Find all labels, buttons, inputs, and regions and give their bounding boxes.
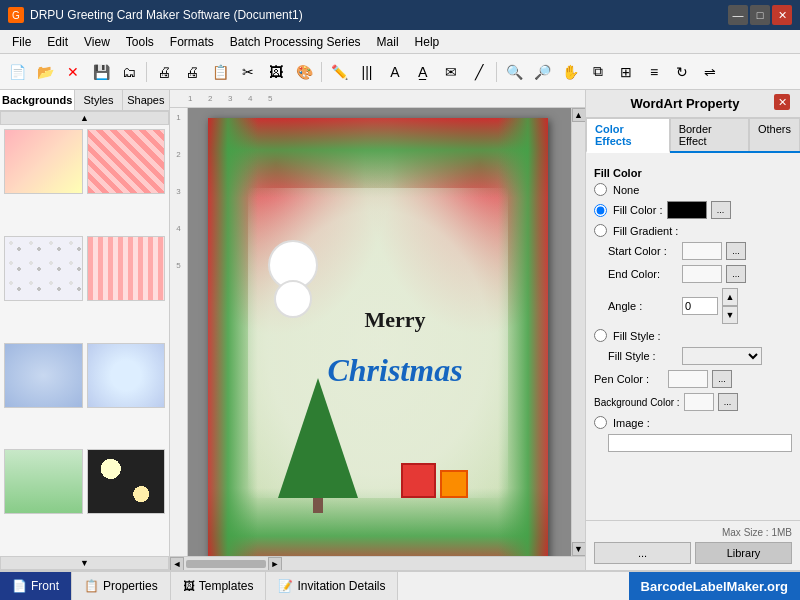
toolbar-cut[interactable]: ✂ xyxy=(235,59,261,85)
tab-templates[interactable]: 🖼 Templates xyxy=(171,572,267,600)
toolbar-new[interactable]: 📄 xyxy=(4,59,30,85)
scroll-right-arrow[interactable]: ► xyxy=(268,557,282,571)
thumbnail-7[interactable] xyxy=(4,449,83,514)
canvas-scroll-area[interactable]: Merry Christmas xyxy=(188,108,571,556)
image-input-row xyxy=(594,434,792,452)
thumbnail-grid xyxy=(0,125,169,556)
bg-color-swatch[interactable] xyxy=(684,393,714,411)
scroll-thumb-h[interactable] xyxy=(186,560,266,568)
menu-tools[interactable]: Tools xyxy=(118,33,162,51)
scroll-left-arrow[interactable]: ◄ xyxy=(170,557,184,571)
toolbar-color[interactable]: 🎨 xyxy=(291,59,317,85)
toolbar-grid[interactable]: ⊞ xyxy=(613,59,639,85)
toolbar-text[interactable]: A xyxy=(382,59,408,85)
scroll-down-btn[interactable]: ▼ xyxy=(0,556,169,570)
thumbnail-1[interactable] xyxy=(4,129,83,194)
scroll-down-arrow[interactable]: ▼ xyxy=(572,542,586,556)
tab-backgrounds[interactable]: Backgrounds xyxy=(0,90,75,110)
browse-btn[interactable]: ... xyxy=(594,542,691,564)
thumbnail-4[interactable] xyxy=(87,236,166,301)
fill-gradient-radio[interactable] xyxy=(594,224,607,237)
toolbar-pen[interactable]: ✏️ xyxy=(326,59,352,85)
minimize-button[interactable]: — xyxy=(728,5,748,25)
toolbar-zoom-in[interactable]: 🔍 xyxy=(501,59,527,85)
bg-color-btn[interactable]: ... xyxy=(718,393,738,411)
library-btn[interactable]: Library xyxy=(695,542,792,564)
thumbnail-5[interactable] xyxy=(4,343,83,408)
thumbnail-3[interactable] xyxy=(4,236,83,301)
angle-up-btn[interactable]: ▲ xyxy=(722,288,738,306)
end-color-row: End Color: ... xyxy=(594,265,792,283)
tab-color-effects[interactable]: Color Effects xyxy=(586,118,670,153)
toolbar-copy[interactable]: 📋 xyxy=(207,59,233,85)
fill-style-header-label: Fill Style : xyxy=(613,330,661,342)
fill-color-swatch[interactable] xyxy=(667,201,707,219)
menu-mail[interactable]: Mail xyxy=(369,33,407,51)
left-panel: Backgrounds Styles Shapes ▲ ▼ xyxy=(0,90,170,570)
menu-batch[interactable]: Batch Processing Series xyxy=(222,33,369,51)
toolbar-wordart[interactable]: A̲ xyxy=(410,59,436,85)
ruler-horizontal: 1 2 3 4 5 xyxy=(170,90,585,108)
toolbar-img[interactable]: 🖼 xyxy=(263,59,289,85)
max-size-label: Max Size : 1MB xyxy=(594,527,792,538)
toolbar-save[interactable]: 💾 xyxy=(88,59,114,85)
toolbar-layers[interactable]: ⧉ xyxy=(585,59,611,85)
close-button[interactable]: ✕ xyxy=(772,5,792,25)
scroll-up-arrow[interactable]: ▲ xyxy=(572,108,586,122)
maximize-button[interactable]: □ xyxy=(750,5,770,25)
tab-others[interactable]: Others xyxy=(749,118,800,151)
toolbar-save-as[interactable]: 🗂 xyxy=(116,59,142,85)
scroll-up-btn[interactable]: ▲ xyxy=(0,111,169,125)
tab-invitation[interactable]: 📝 Invitation Details xyxy=(266,572,398,600)
toolbar-print[interactable]: 🖨 xyxy=(151,59,177,85)
menu-file[interactable]: File xyxy=(4,33,39,51)
angle-down-btn[interactable]: ▼ xyxy=(722,306,738,324)
toolbar-barcode[interactable]: ||| xyxy=(354,59,380,85)
toolbar-hand[interactable]: ✋ xyxy=(557,59,583,85)
toolbar-flip[interactable]: ⇌ xyxy=(697,59,723,85)
menu-edit[interactable]: Edit xyxy=(39,33,76,51)
menu-help[interactable]: Help xyxy=(407,33,448,51)
thumbnail-2[interactable] xyxy=(87,129,166,194)
pen-color-btn[interactable]: ... xyxy=(712,370,732,388)
toolbar-rotate[interactable]: ↻ xyxy=(669,59,695,85)
angle-input[interactable] xyxy=(682,297,718,315)
start-color-swatch[interactable] xyxy=(682,242,722,260)
fill-style-radio[interactable] xyxy=(594,329,607,342)
toolbar-mail[interactable]: ✉ xyxy=(438,59,464,85)
left-panel-tabs: Backgrounds Styles Shapes xyxy=(0,90,169,111)
fill-color-btn[interactable]: ... xyxy=(711,201,731,219)
toolbar-print2[interactable]: 🖨 xyxy=(179,59,205,85)
menu-view[interactable]: View xyxy=(76,33,118,51)
main-layout: Backgrounds Styles Shapes ▲ ▼ 1 2 3 4 5 xyxy=(0,90,800,570)
toolbar-zoom-out[interactable]: 🔎 xyxy=(529,59,555,85)
fill-style-select[interactable] xyxy=(682,347,762,365)
start-color-btn[interactable]: ... xyxy=(726,242,746,260)
thumbnail-6[interactable] xyxy=(87,343,166,408)
menu-formats[interactable]: Formats xyxy=(162,33,222,51)
none-row: None xyxy=(594,183,792,196)
tab-styles[interactable]: Styles xyxy=(75,90,122,110)
none-radio[interactable] xyxy=(594,183,607,196)
image-radio[interactable] xyxy=(594,416,607,429)
toolbar-align[interactable]: ≡ xyxy=(641,59,667,85)
right-panel: WordArt Property ✕ Color Effects Border … xyxy=(585,90,800,570)
tab-front[interactable]: 📄 Front xyxy=(0,572,72,600)
toolbar-open[interactable]: 📂 xyxy=(32,59,58,85)
sep-3 xyxy=(496,62,497,82)
image-path-input[interactable] xyxy=(608,434,792,452)
tab-properties[interactable]: 📋 Properties xyxy=(72,572,171,600)
end-color-swatch[interactable] xyxy=(682,265,722,283)
front-icon: 📄 xyxy=(12,579,27,593)
end-color-btn[interactable]: ... xyxy=(726,265,746,283)
fill-color-radio[interactable] xyxy=(594,204,607,217)
bottom-bar: 📄 Front 📋 Properties 🖼 Templates 📝 Invit… xyxy=(0,570,800,600)
pen-color-swatch[interactable] xyxy=(668,370,708,388)
wordart-close-button[interactable]: ✕ xyxy=(774,94,790,110)
tab-shapes[interactable]: Shapes xyxy=(123,90,169,110)
toolbar-line[interactable]: ╱ xyxy=(466,59,492,85)
thumbnail-8[interactable] xyxy=(87,449,166,514)
toolbar-close-x[interactable]: ✕ xyxy=(60,59,86,85)
bg-color-label: Background Color : xyxy=(594,397,680,408)
tab-border-effect[interactable]: Border Effect xyxy=(670,118,749,151)
